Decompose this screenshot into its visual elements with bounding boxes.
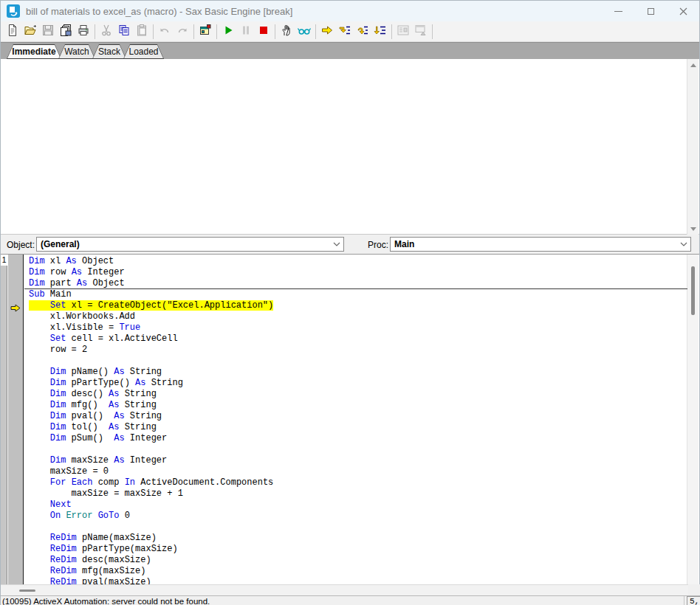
editor-vertical-scrollbar[interactable] (687, 255, 699, 584)
window-title: bill of materials to excel_as (macro) - … (26, 6, 292, 17)
close-button[interactable] (667, 1, 699, 21)
redo-icon (176, 24, 189, 40)
app-icon (7, 4, 20, 18)
code-line[interactable]: ReDim mfg(maxSize) (24, 566, 687, 577)
copy-icon (117, 24, 131, 40)
code-line[interactable]: Dim pval() As String (24, 411, 687, 422)
code-line[interactable]: Dim row As Integer (24, 267, 687, 278)
proc-label: Proc: (368, 240, 388, 250)
new-document-button[interactable] (4, 23, 21, 41)
code-line[interactable]: ReDim pName(maxSize) (24, 533, 687, 544)
tab-loaded[interactable]: Loaded (123, 44, 164, 59)
step-over-icon (356, 24, 369, 40)
tab-label: Loaded (124, 45, 163, 58)
show-next-statement-button[interactable] (318, 23, 336, 41)
scrollbar-corner (688, 584, 700, 595)
save-icon (41, 24, 55, 40)
pane-tabs: ImmediateWatchStackLoaded (1, 42, 699, 59)
code-line[interactable]: Next (24, 499, 687, 511)
immediate-vertical-scrollbar[interactable] (687, 59, 699, 235)
object-proc-row: Object: (General) Proc: Main (1, 235, 699, 255)
code-line[interactable]: ReDim pval(maxSize) (24, 577, 687, 584)
open-file-button[interactable] (21, 23, 39, 41)
copy-button[interactable] (115, 23, 133, 41)
tab-stack[interactable]: Stack (92, 44, 126, 59)
code-line[interactable]: Sub Main (24, 289, 687, 300)
code-line[interactable] (24, 356, 687, 367)
tab-immediate[interactable]: Immediate (7, 44, 61, 59)
code-line[interactable]: Dim mfg() As String (24, 400, 687, 411)
code-line[interactable]: ReDim desc(maxSize) (24, 555, 687, 566)
toolbar-separator (95, 24, 95, 39)
new-document-icon (6, 24, 19, 40)
scroll-down-icon[interactable] (687, 223, 699, 235)
editor-hscroll-thumb[interactable] (19, 590, 35, 592)
code-line[interactable]: Dim pSum() As Integer (24, 433, 687, 444)
pan-hand-button[interactable] (278, 23, 295, 41)
tab-watch[interactable]: Watch (58, 44, 95, 59)
modules-button[interactable] (57, 23, 75, 41)
cursor-position-indicator: 5, (687, 596, 700, 605)
code-line[interactable]: maxSize = 0 (24, 466, 687, 477)
step-out-button[interactable] (371, 23, 389, 41)
tab-label: Watch (59, 45, 95, 58)
editor-horizontal-scrollbar[interactable] (1, 584, 688, 595)
current-statement-highlight: Set xl = CreateObject("Excel.Application… (29, 300, 273, 311)
code-line[interactable]: xl.Workbooks.Add (24, 311, 687, 322)
procedure-separator (24, 288, 687, 289)
code-line[interactable] (24, 444, 687, 455)
open-file-icon (24, 24, 37, 40)
undo-icon (158, 24, 171, 40)
dialog-editor-button[interactable] (196, 23, 214, 41)
code-line[interactable]: On Error GoTo 0 (24, 511, 687, 522)
toolbar-separator (153, 24, 154, 39)
end-icon (257, 24, 270, 40)
object-browser-icon (397, 24, 410, 40)
code-line[interactable]: xl.Visible = True (24, 322, 687, 333)
code-line[interactable]: Dim tol() As String (24, 422, 687, 433)
step-over-button[interactable] (354, 23, 371, 41)
print-button[interactable] (75, 23, 92, 41)
code-text[interactable]: Dim xl As ObjectDim row As IntegerDim pa… (24, 256, 687, 584)
code-line[interactable]: Dim maxSize As Integer (24, 455, 687, 466)
code-line[interactable]: Set xl = CreateObject("Excel.Application… (24, 300, 687, 311)
quick-watch-button[interactable] (295, 23, 313, 41)
maximize-button[interactable] (634, 1, 667, 21)
code-line[interactable] (24, 522, 687, 533)
immediate-pane[interactable] (1, 59, 699, 235)
close-icon (679, 7, 687, 15)
end-button[interactable] (255, 23, 272, 41)
step-into-button[interactable] (336, 23, 354, 41)
minimize-button[interactable] (602, 1, 634, 21)
toolbar (1, 21, 699, 42)
code-line[interactable]: Set cell = xl.ActiveCell (24, 333, 687, 345)
code-line[interactable]: Dim desc() As String (24, 389, 687, 400)
toolbar-separator (193, 24, 194, 39)
code-line[interactable]: ReDim pPartType(maxSize) (24, 544, 687, 555)
proc-combobox[interactable]: Main (390, 237, 691, 252)
macro-document-icon (7, 4, 20, 18)
code-line[interactable]: Dim part As Object (24, 278, 687, 289)
quick-watch-icon (298, 24, 311, 40)
editor-scroll-thumb[interactable] (691, 266, 695, 315)
show-next-statement-icon (320, 24, 334, 40)
object-combobox[interactable]: (General) (36, 237, 344, 252)
code-line[interactable]: Dim pName() As String (24, 367, 687, 378)
step-into-icon (338, 24, 351, 40)
pan-hand-icon (280, 24, 293, 40)
code-line[interactable]: Dim pPartType() As String (24, 378, 687, 389)
toolbar-separator (216, 24, 217, 39)
start-icon (222, 24, 235, 40)
code-line[interactable]: maxSize = maxSize + 1 (24, 488, 687, 499)
scroll-up-icon[interactable] (687, 59, 699, 71)
toolbar-separator (391, 24, 392, 39)
chevron-down-icon (677, 242, 690, 246)
code-editor[interactable]: 1 Dim xl As ObjectDim row As IntegerDim … (1, 255, 699, 584)
code-line[interactable]: row = 2 (24, 345, 687, 356)
edit-userdialog-button (412, 23, 430, 41)
start-button[interactable] (219, 23, 237, 41)
code-line[interactable]: Dim xl As Object (24, 256, 687, 267)
toolbar-separator (432, 24, 433, 39)
print-icon (77, 24, 90, 40)
code-line[interactable]: For Each comp In ActiveDocument.Componen… (24, 477, 687, 488)
